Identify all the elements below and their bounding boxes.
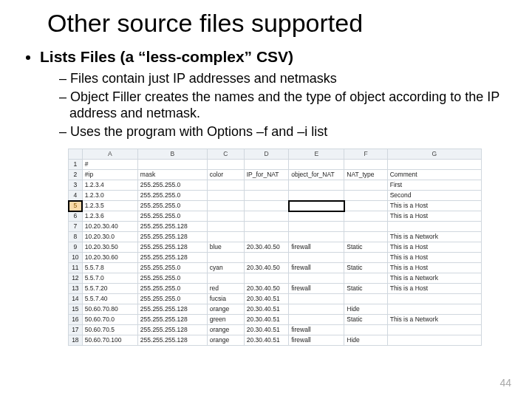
cell[interactable] <box>387 325 481 335</box>
cell[interactable]: object_for_NAT <box>289 170 344 180</box>
select-all-corner[interactable] <box>69 149 83 160</box>
cell[interactable]: cyan <box>207 263 244 273</box>
cell[interactable]: 255.255.255.128 <box>137 304 207 315</box>
cell[interactable] <box>244 222 288 232</box>
cell[interactable]: Static <box>344 284 387 294</box>
cell[interactable] <box>207 253 244 263</box>
cell[interactable] <box>289 211 344 222</box>
cell[interactable] <box>244 253 288 263</box>
cell[interactable]: #ip <box>82 170 137 180</box>
cell[interactable] <box>387 222 481 232</box>
cell[interactable]: red <box>207 284 244 294</box>
cell[interactable]: mask <box>137 170 207 180</box>
cell[interactable]: This is a Host <box>387 253 481 263</box>
cell[interactable] <box>387 160 481 170</box>
cell[interactable] <box>244 232 288 242</box>
cell[interactable]: This is a Host <box>387 211 481 222</box>
cell[interactable]: 255.255.255.0 <box>137 180 207 191</box>
row-header[interactable]: 3 <box>69 180 83 191</box>
row-header[interactable]: 10 <box>69 253 83 263</box>
cell[interactable] <box>387 294 481 304</box>
cell[interactable]: 255.255.255.0 <box>137 263 207 273</box>
row-header[interactable]: 15 <box>69 304 83 315</box>
cell[interactable]: green <box>207 315 244 325</box>
cell[interactable]: Comment <box>387 170 481 180</box>
cell[interactable] <box>207 180 244 191</box>
cell[interactable] <box>207 232 244 242</box>
cell[interactable]: 5.5.7.0 <box>82 273 137 284</box>
cell[interactable]: 5.5.7.20 <box>82 284 137 294</box>
cell[interactable] <box>289 294 344 304</box>
cell[interactable] <box>344 201 387 211</box>
cell[interactable] <box>344 211 387 222</box>
cell[interactable]: 255.255.255.128 <box>137 232 207 242</box>
row-header[interactable]: 14 <box>69 294 83 304</box>
row-header[interactable]: 2 <box>69 170 83 180</box>
cell[interactable] <box>289 191 344 201</box>
cell[interactable]: 20.30.40.50 <box>244 263 288 273</box>
cell[interactable] <box>244 160 288 170</box>
cell[interactable]: firewall <box>289 335 344 346</box>
cell[interactable] <box>344 294 387 304</box>
cell[interactable]: 50.60.70.5 <box>82 325 137 335</box>
cell[interactable]: Static <box>344 242 387 253</box>
cell[interactable]: 20.30.40.51 <box>244 294 288 304</box>
cell[interactable]: # <box>82 160 137 170</box>
cell[interactable]: Static <box>344 263 387 273</box>
cell[interactable] <box>344 222 387 232</box>
cell[interactable]: 255.255.255.0 <box>137 211 207 222</box>
cell[interactable]: firewall <box>289 263 344 273</box>
cell[interactable] <box>344 253 387 263</box>
cell[interactable] <box>207 191 244 201</box>
cell[interactable]: fucsia <box>207 294 244 304</box>
row-header[interactable]: 11 <box>69 263 83 273</box>
col-header-F[interactable]: F <box>344 149 387 160</box>
row-header[interactable]: 7 <box>69 222 83 232</box>
cell[interactable]: 255.255.255.128 <box>137 222 207 232</box>
cell[interactable]: 10.20.30.40 <box>82 222 137 232</box>
cell[interactable]: firewall <box>289 284 344 294</box>
cell[interactable] <box>344 160 387 170</box>
cell[interactable]: orange <box>207 304 244 315</box>
cell[interactable]: NAT_type <box>344 170 387 180</box>
cell[interactable] <box>289 304 344 315</box>
cell[interactable] <box>387 335 481 346</box>
row-header[interactable]: 13 <box>69 284 83 294</box>
cell[interactable]: orange <box>207 325 244 335</box>
cell[interactable]: Static <box>344 315 387 325</box>
row-header[interactable]: 1 <box>69 160 83 170</box>
cell[interactable] <box>289 201 344 211</box>
cell[interactable]: 20.30.40.51 <box>244 325 288 335</box>
cell[interactable]: This is a Network <box>387 273 481 284</box>
col-header-B[interactable]: B <box>137 149 207 160</box>
cell[interactable]: 255.255.255.0 <box>137 273 207 284</box>
cell[interactable]: 255.255.255.128 <box>137 253 207 263</box>
cell[interactable]: Second <box>387 191 481 201</box>
cell[interactable] <box>289 273 344 284</box>
cell[interactable] <box>344 191 387 201</box>
cell[interactable]: 10.20.30.60 <box>82 253 137 263</box>
cell[interactable]: 255.255.255.128 <box>137 242 207 253</box>
cell[interactable] <box>289 222 344 232</box>
row-header[interactable]: 18 <box>69 335 83 346</box>
cell[interactable]: 1.2.3.4 <box>82 180 137 191</box>
cell[interactable] <box>207 273 244 284</box>
row-header[interactable]: 6 <box>69 211 83 222</box>
cell[interactable]: Hide <box>344 304 387 315</box>
cell[interactable]: 255.255.255.128 <box>137 325 207 335</box>
cell[interactable] <box>244 211 288 222</box>
cell[interactable] <box>344 273 387 284</box>
col-header-A[interactable]: A <box>82 149 137 160</box>
col-header-C[interactable]: C <box>207 149 244 160</box>
cell[interactable] <box>289 160 344 170</box>
cell[interactable] <box>344 232 387 242</box>
cell[interactable]: 50.60.70.80 <box>82 304 137 315</box>
cell[interactable] <box>289 253 344 263</box>
cell[interactable]: 1.2.3.0 <box>82 191 137 201</box>
cell[interactable] <box>344 325 387 335</box>
cell[interactable]: 5.5.7.8 <box>82 263 137 273</box>
cell[interactable] <box>289 315 344 325</box>
cell[interactable]: This is a Network <box>387 232 481 242</box>
row-header[interactable]: 17 <box>69 325 83 335</box>
row-header[interactable]: 5 <box>69 201 83 211</box>
